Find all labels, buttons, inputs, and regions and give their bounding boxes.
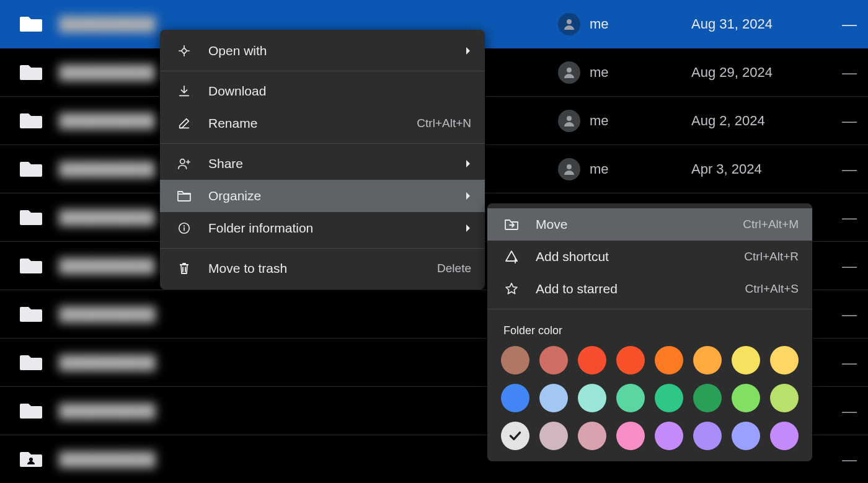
owner-text: me	[590, 16, 609, 32]
date-modified: Aug 29, 2024	[691, 64, 834, 81]
color-swatch[interactable]	[770, 422, 799, 450]
menu-move-to-trash[interactable]: Move to trash Delete	[160, 252, 485, 285]
color-swatch[interactable]	[770, 346, 799, 374]
folder-icon	[19, 111, 43, 131]
size-dash: —	[834, 451, 865, 468]
trash-icon	[174, 262, 195, 275]
submenu-add-to-starred[interactable]: Add to starred Ctrl+Alt+S	[487, 273, 812, 305]
menu-shortcut: Ctrl+Alt+N	[417, 117, 471, 130]
folder-icon	[19, 304, 43, 324]
menu-separator	[160, 143, 485, 144]
chevron-right-icon	[461, 160, 471, 167]
folder-icon	[19, 208, 43, 228]
info-icon	[174, 221, 195, 235]
chevron-right-icon	[461, 47, 471, 55]
menu-label: Organize	[195, 188, 461, 203]
date-modified: Apr 3, 2024	[691, 161, 834, 177]
svg-point-0	[567, 19, 572, 24]
size-dash: —	[834, 257, 865, 275]
color-swatch[interactable]	[578, 384, 606, 412]
submenu-move[interactable]: Move Ctrl+Alt+M	[487, 208, 812, 241]
color-swatch[interactable]	[501, 384, 529, 412]
menu-open-with[interactable]: Open with	[160, 35, 485, 67]
submenu-shortcut: Ctrl+Alt+M	[743, 218, 799, 231]
menu-download[interactable]: Download	[160, 75, 485, 107]
svg-point-7	[184, 225, 185, 226]
color-swatch[interactable]	[501, 346, 529, 374]
size-dash: —	[834, 354, 865, 371]
menu-label: Rename	[195, 116, 417, 131]
color-swatch[interactable]	[539, 422, 568, 450]
avatar	[558, 13, 580, 35]
shared-folder-icon	[19, 450, 43, 469]
color-swatch[interactable]	[539, 346, 568, 374]
file-name: ██████████	[43, 306, 558, 322]
menu-folder-information[interactable]: Folder information	[160, 212, 485, 244]
color-swatch[interactable]	[578, 422, 606, 450]
folder-icon	[19, 63, 43, 82]
share-icon	[174, 157, 195, 171]
color-swatch[interactable]	[655, 422, 683, 450]
star-icon	[501, 282, 522, 296]
rename-icon	[174, 117, 195, 130]
color-swatch[interactable]	[693, 346, 722, 374]
owner-text: me	[590, 161, 609, 177]
owner-cell: me	[558, 61, 691, 84]
chevron-right-icon	[461, 192, 471, 200]
menu-label: Share	[195, 156, 461, 171]
color-swatch[interactable]	[655, 346, 683, 374]
context-menu: Open with Download Rename Ctrl+Alt+N Sha…	[160, 30, 485, 290]
date-modified: Aug 2, 2024	[691, 113, 834, 129]
submenu-shortcut: Ctrl+Alt+S	[745, 282, 799, 296]
svg-point-1	[567, 68, 572, 73]
menu-separator	[160, 248, 485, 249]
menu-organize[interactable]: Organize	[160, 180, 485, 212]
size-dash: —	[834, 64, 865, 81]
file-name: ██████████	[43, 451, 558, 467]
file-name: ██████████	[43, 355, 558, 371]
submenu-add-shortcut[interactable]: Add shortcut Ctrl+Alt+R	[487, 241, 812, 273]
svg-point-2	[567, 116, 572, 121]
folder-icon	[19, 159, 43, 179]
color-swatch[interactable]	[693, 384, 722, 412]
size-dash: —	[834, 112, 865, 130]
owner-cell: me	[558, 110, 691, 132]
color-swatch[interactable]	[693, 422, 722, 450]
folder-icon	[19, 256, 43, 276]
color-swatch[interactable]	[501, 422, 529, 450]
menu-label: Move to trash	[195, 261, 437, 276]
menu-label: Folder information	[195, 221, 461, 236]
avatar	[558, 61, 580, 84]
open-with-icon	[174, 44, 195, 58]
submenu-label: Move	[522, 217, 743, 232]
color-swatch[interactable]	[732, 346, 760, 374]
color-swatch[interactable]	[616, 384, 645, 412]
menu-label: Download	[195, 84, 471, 99]
menu-separator	[160, 71, 485, 71]
chevron-right-icon	[461, 224, 471, 232]
menu-share[interactable]: Share	[160, 148, 485, 180]
owner-cell: me	[558, 13, 691, 35]
owner-cell: me	[558, 158, 691, 180]
organize-icon	[174, 190, 195, 202]
color-swatch[interactable]	[732, 422, 760, 450]
submenu-label: Add shortcut	[522, 249, 744, 264]
svg-point-3	[567, 164, 572, 169]
color-swatch[interactable]	[655, 384, 683, 412]
color-swatch[interactable]	[770, 384, 799, 412]
menu-rename[interactable]: Rename Ctrl+Alt+N	[160, 107, 485, 140]
size-dash: —	[834, 402, 865, 420]
color-swatch[interactable]	[616, 346, 645, 374]
file-name: ██████████	[43, 403, 558, 419]
color-swatch[interactable]	[616, 422, 645, 450]
folder-icon	[19, 14, 43, 34]
avatar	[558, 110, 580, 132]
color-swatch[interactable]	[578, 346, 606, 374]
size-dash: —	[834, 209, 865, 226]
move-icon	[501, 218, 522, 231]
color-swatch[interactable]	[732, 384, 760, 412]
folder-icon	[19, 353, 43, 373]
download-icon	[174, 84, 195, 98]
svg-point-5	[180, 159, 185, 164]
color-swatch[interactable]	[539, 384, 568, 412]
